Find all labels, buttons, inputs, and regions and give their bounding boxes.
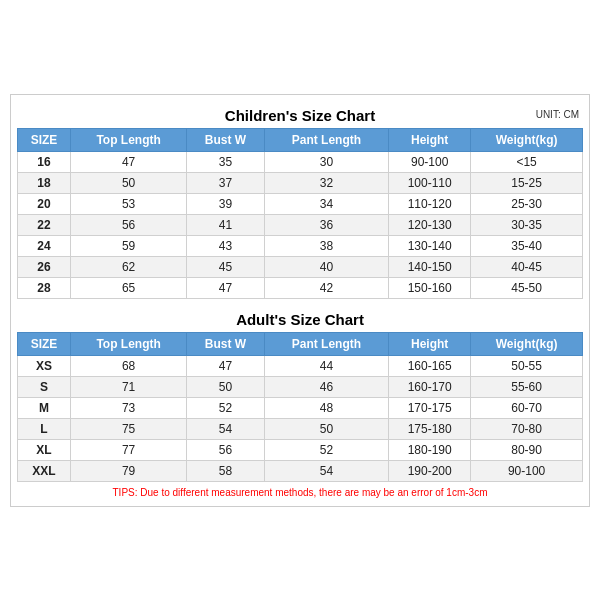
children-title-text: Children's Size Chart	[225, 107, 375, 124]
adult-col-size: SIZE	[18, 332, 71, 355]
children-cell: 40-45	[471, 256, 583, 277]
adult-cell: 54	[187, 418, 265, 439]
children-cell: 130-140	[389, 235, 471, 256]
adult-col-bust-w: Bust W	[187, 332, 265, 355]
adult-cell: 160-170	[389, 376, 471, 397]
children-cell: 45	[187, 256, 265, 277]
size-chart-container: Children's Size Chart UNIT: CM SIZE Top …	[10, 94, 590, 507]
children-cell: 59	[71, 235, 187, 256]
adult-table-row: XS684744160-16550-55	[18, 355, 583, 376]
adult-cell: 73	[71, 397, 187, 418]
children-cell: 24	[18, 235, 71, 256]
children-cell: 110-120	[389, 193, 471, 214]
adult-cell: 68	[71, 355, 187, 376]
adult-col-top-length: Top Length	[71, 332, 187, 355]
adult-cell: 58	[187, 460, 265, 481]
children-cell: 32	[264, 172, 388, 193]
children-cell: 100-110	[389, 172, 471, 193]
adult-cell: M	[18, 397, 71, 418]
adult-title-text: Adult's Size Chart	[236, 311, 364, 328]
adult-cell: 50	[187, 376, 265, 397]
children-cell: 47	[187, 277, 265, 298]
children-cell: 47	[71, 151, 187, 172]
adult-cell: 79	[71, 460, 187, 481]
adult-table-row: XXL795854190-20090-100	[18, 460, 583, 481]
adult-cell: 48	[264, 397, 388, 418]
children-cell: 39	[187, 193, 265, 214]
adult-cell: 56	[187, 439, 265, 460]
adult-cell: 75	[71, 418, 187, 439]
children-cell: 62	[71, 256, 187, 277]
children-cell: 15-25	[471, 172, 583, 193]
adult-cell: 190-200	[389, 460, 471, 481]
adult-table-row: XL775652180-19080-90	[18, 439, 583, 460]
children-cell: 53	[71, 193, 187, 214]
children-cell: 36	[264, 214, 388, 235]
adult-cell: XXL	[18, 460, 71, 481]
children-table-row: 24594338130-14035-40	[18, 235, 583, 256]
children-cell: 150-160	[389, 277, 471, 298]
adult-cell: 50-55	[471, 355, 583, 376]
adult-cell: 60-70	[471, 397, 583, 418]
col-weight: Weight(kg)	[471, 128, 583, 151]
children-cell: 140-150	[389, 256, 471, 277]
adult-cell: 52	[187, 397, 265, 418]
adult-cell: 80-90	[471, 439, 583, 460]
tips-text: TIPS: Due to different measurement metho…	[17, 482, 583, 500]
adult-header-row: SIZE Top Length Bust W Pant Length Heigh…	[18, 332, 583, 355]
children-cell: 50	[71, 172, 187, 193]
col-pant-length: Pant Length	[264, 128, 388, 151]
children-cell: 38	[264, 235, 388, 256]
children-cell: 26	[18, 256, 71, 277]
col-bust-w: Bust W	[187, 128, 265, 151]
adult-cell: XL	[18, 439, 71, 460]
children-table-row: 20533934110-12025-30	[18, 193, 583, 214]
adult-table-row: M735248170-17560-70	[18, 397, 583, 418]
children-cell: 25-30	[471, 193, 583, 214]
children-cell: <15	[471, 151, 583, 172]
adult-cell: XS	[18, 355, 71, 376]
children-cell: 41	[187, 214, 265, 235]
children-table-row: 22564136120-13030-35	[18, 214, 583, 235]
adult-size-table: SIZE Top Length Bust W Pant Length Heigh…	[17, 332, 583, 482]
adult-cell: L	[18, 418, 71, 439]
adult-cell: 71	[71, 376, 187, 397]
children-header-row: SIZE Top Length Bust W Pant Length Heigh…	[18, 128, 583, 151]
adult-table-row: S715046160-17055-60	[18, 376, 583, 397]
children-cell: 30	[264, 151, 388, 172]
children-cell: 22	[18, 214, 71, 235]
adult-cell: 170-175	[389, 397, 471, 418]
children-cell: 45-50	[471, 277, 583, 298]
adult-col-pant-length: Pant Length	[264, 332, 388, 355]
children-cell: 35-40	[471, 235, 583, 256]
children-table-row: 18503732100-11015-25	[18, 172, 583, 193]
adult-cell: 52	[264, 439, 388, 460]
children-table-row: 28654742150-16045-50	[18, 277, 583, 298]
adult-col-weight: Weight(kg)	[471, 332, 583, 355]
children-cell: 90-100	[389, 151, 471, 172]
children-cell: 28	[18, 277, 71, 298]
col-top-length: Top Length	[71, 128, 187, 151]
children-cell: 16	[18, 151, 71, 172]
children-cell: 43	[187, 235, 265, 256]
adult-cell: 175-180	[389, 418, 471, 439]
col-size: SIZE	[18, 128, 71, 151]
adult-section-title: Adult's Size Chart	[17, 305, 583, 332]
adult-cell: 55-60	[471, 376, 583, 397]
children-section-title: Children's Size Chart UNIT: CM	[17, 101, 583, 128]
adult-cell: 50	[264, 418, 388, 439]
children-table-row: 1647353090-100<15	[18, 151, 583, 172]
children-cell: 120-130	[389, 214, 471, 235]
adult-table-row: L755450175-18070-80	[18, 418, 583, 439]
children-cell: 42	[264, 277, 388, 298]
children-cell: 30-35	[471, 214, 583, 235]
adult-cell: 44	[264, 355, 388, 376]
children-cell: 37	[187, 172, 265, 193]
adult-cell: S	[18, 376, 71, 397]
adult-cell: 180-190	[389, 439, 471, 460]
adult-cell: 46	[264, 376, 388, 397]
adult-cell: 160-165	[389, 355, 471, 376]
children-size-table: SIZE Top Length Bust W Pant Length Heigh…	[17, 128, 583, 299]
children-cell: 35	[187, 151, 265, 172]
adult-cell: 54	[264, 460, 388, 481]
